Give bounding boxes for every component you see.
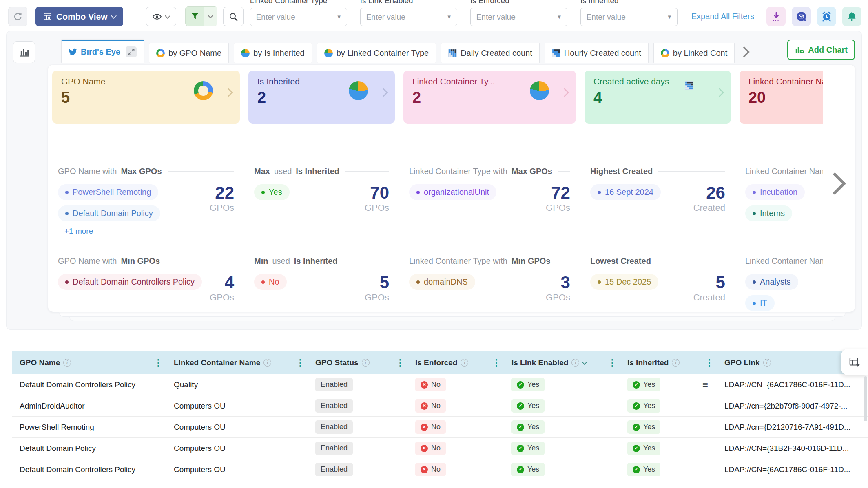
info-icon[interactable]: i bbox=[571, 359, 579, 367]
tab-bird-s-eye[interactable]: Bird's Eye bbox=[61, 40, 144, 63]
table-scrollbar[interactable] bbox=[864, 376, 867, 421]
cross-circle-icon: ✕ bbox=[421, 424, 428, 431]
cell-gpo-name: Default Domain Controllers Policy bbox=[12, 374, 166, 395]
column-header-is-link-enabled[interactable]: Is Link Enabledi⋮ bbox=[504, 351, 620, 374]
status-label: No bbox=[431, 444, 441, 453]
filter-select[interactable]: ▼ bbox=[360, 8, 457, 26]
tab-by-gpo-name[interactable]: by GPO Name bbox=[149, 43, 229, 63]
feedback-chat-button[interactable] bbox=[792, 7, 811, 26]
column-menu-icon[interactable]: ⋮ bbox=[396, 358, 405, 367]
card-header[interactable]: Linked Container Na...20 bbox=[740, 71, 823, 124]
status-label: No bbox=[431, 423, 441, 431]
status-label: Yes bbox=[643, 465, 655, 474]
filter-value-input[interactable] bbox=[471, 13, 567, 22]
card-header[interactable]: GPO Name5 bbox=[52, 71, 240, 124]
filter-value-input[interactable] bbox=[361, 13, 457, 22]
card-header[interactable]: Is Inherited2 bbox=[248, 71, 395, 124]
cell-gpo-name: PowerShell Remoting bbox=[12, 417, 166, 437]
card-section-title: Lowest Created bbox=[590, 256, 725, 266]
bullet-icon bbox=[416, 191, 420, 194]
column-header-is-enforced[interactable]: Is Enforcedi⋮ bbox=[408, 351, 504, 374]
filter-select[interactable]: ▼ bbox=[250, 8, 347, 26]
column-visibility-button[interactable] bbox=[146, 7, 176, 26]
column-header-is-inherited[interactable]: Is Inheritedi⋮ bbox=[620, 351, 717, 374]
expand-all-filters-link[interactable]: Expand All Filters bbox=[691, 12, 755, 21]
info-icon[interactable]: i bbox=[461, 359, 468, 367]
tab-by-linked-container-type[interactable]: by Linked Container Type bbox=[317, 43, 436, 63]
refresh-button[interactable] bbox=[8, 7, 27, 26]
tab-by-is-inherited[interactable]: by Is Inherited bbox=[234, 43, 312, 63]
search-button[interactable] bbox=[223, 7, 244, 26]
card-section: Lowest Created15 Dec 20255Created bbox=[590, 256, 725, 303]
export-download-button[interactable] bbox=[766, 7, 786, 26]
tab-label: Bird's Eye bbox=[81, 47, 120, 57]
row-menu-icon[interactable]: ≡ bbox=[702, 379, 708, 391]
tab-daily-created-count[interactable]: Daily Created count bbox=[441, 43, 540, 63]
column-settings-button[interactable] bbox=[841, 349, 868, 375]
table-row[interactable]: Default Domain Controllers PolicyCompute… bbox=[12, 459, 868, 480]
pill-label: Default Domain Controllers Policy bbox=[73, 277, 195, 287]
filter-split-button[interactable] bbox=[185, 6, 217, 26]
column-menu-icon[interactable]: ⋮ bbox=[154, 358, 163, 367]
search-icon bbox=[228, 12, 238, 22]
tab-by-linked-cont[interactable]: by Linked Cont bbox=[653, 43, 735, 63]
info-icon[interactable]: i bbox=[264, 359, 271, 367]
column-header-gpo-status[interactable]: GPO Statusi⋮ bbox=[308, 351, 408, 374]
pill-label: organizationalUnit bbox=[424, 188, 489, 197]
expand-chart-icon[interactable] bbox=[126, 46, 137, 57]
filter-dropdown-toggle[interactable] bbox=[204, 7, 217, 26]
column-menu-icon[interactable]: ⋮ bbox=[705, 358, 714, 367]
chart-type-button[interactable] bbox=[13, 41, 35, 63]
status-badge: ✓Yes bbox=[512, 420, 545, 434]
cards-next-button[interactable] bbox=[824, 172, 846, 195]
status-label: Yes bbox=[527, 423, 539, 431]
cell-gpo-status: Enabled bbox=[308, 417, 408, 437]
cell-is-enforced: ✕No bbox=[408, 417, 504, 437]
table-row[interactable]: Default Domain Controllers PolicyQuality… bbox=[12, 374, 868, 395]
notifications-bell-button[interactable] bbox=[842, 7, 861, 26]
charts-panel: Bird's Eyeby GPO Nameby Is Inheritedby L… bbox=[6, 31, 862, 330]
combo-view-icon bbox=[43, 12, 52, 21]
cell-gpo-link: LDAP://cn={D2120716-7A91-491D... bbox=[717, 417, 868, 437]
status-badge: ✕No bbox=[415, 420, 446, 434]
info-icon[interactable]: i bbox=[63, 359, 71, 367]
column-menu-icon[interactable]: ⋮ bbox=[296, 358, 305, 367]
tab-hourly-created-count[interactable]: Hourly Created count bbox=[545, 43, 649, 63]
column-menu-icon[interactable]: ⋮ bbox=[608, 358, 617, 367]
card-header[interactable]: Linked Container Ty...2 bbox=[403, 71, 576, 124]
combo-view-button[interactable]: Combo View bbox=[35, 7, 123, 26]
bullet-icon bbox=[261, 280, 265, 284]
table-row[interactable]: AdminDroidAuditorComputers OUEnabled✕No✓… bbox=[12, 395, 868, 417]
card-section: Linked Container Type with Max GPOsorgan… bbox=[409, 167, 570, 251]
info-icon[interactable]: i bbox=[362, 359, 370, 367]
filter-value-input[interactable] bbox=[581, 13, 677, 22]
column-menu-icon[interactable]: ⋮ bbox=[492, 358, 501, 367]
table-row[interactable]: PowerShell RemotingComputers OUEnabled✕N… bbox=[12, 417, 868, 438]
column-header-gpo-name[interactable]: GPO Namei⋮ bbox=[12, 351, 166, 374]
filter-select[interactable]: ▼ bbox=[470, 8, 567, 26]
tabs-scroll-next-icon[interactable] bbox=[739, 46, 750, 57]
table-row[interactable]: Default Domain PolicyComputers OUEnabled… bbox=[12, 438, 868, 459]
status-badge: ✓Yes bbox=[627, 399, 660, 413]
status-label: Yes bbox=[527, 465, 539, 474]
filter-value-input[interactable] bbox=[250, 13, 347, 22]
download-icon bbox=[771, 11, 782, 22]
card-section-title: GPO Name with Max GPOs bbox=[58, 167, 234, 176]
status-badge: ✓Yes bbox=[627, 378, 660, 391]
card-section: GPO Name with Max GPOsPowerShell Remotin… bbox=[58, 167, 234, 251]
cell-gpo-status: Enabled bbox=[308, 395, 408, 416]
check-circle-icon: ✓ bbox=[517, 424, 524, 431]
tab-label: by Is Inherited bbox=[253, 49, 305, 58]
filter-funnel-icon[interactable] bbox=[186, 7, 204, 26]
add-chart-button[interactable]: Add Chart bbox=[787, 40, 855, 60]
info-icon[interactable]: i bbox=[763, 359, 771, 367]
status-label: Yes bbox=[643, 402, 655, 410]
value-pill: Interns bbox=[745, 205, 792, 221]
section-value: 4 bbox=[210, 274, 234, 291]
more-link[interactable]: +1 more bbox=[64, 227, 93, 236]
filter-select[interactable]: ▼ bbox=[580, 8, 678, 26]
column-header-linked-container-name[interactable]: Linked Container Namei⋮ bbox=[166, 351, 308, 374]
info-icon[interactable]: i bbox=[672, 359, 680, 367]
card-header[interactable]: Created active days4 bbox=[585, 71, 731, 124]
schedule-alarm-button[interactable] bbox=[817, 7, 836, 26]
